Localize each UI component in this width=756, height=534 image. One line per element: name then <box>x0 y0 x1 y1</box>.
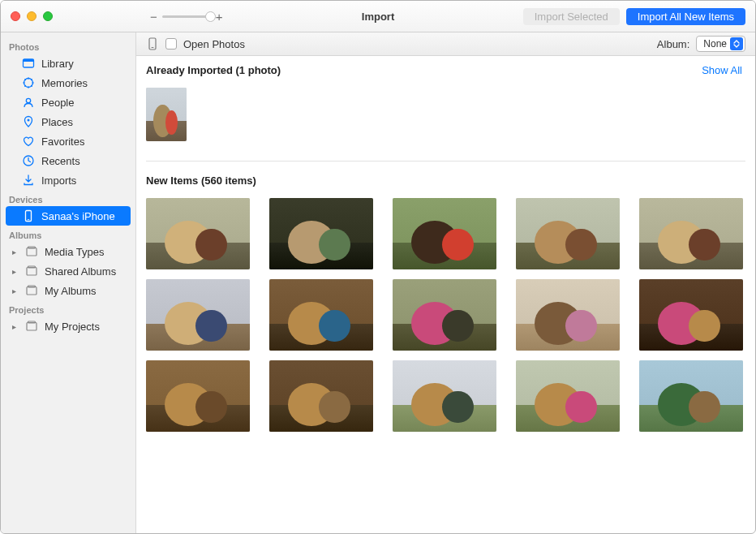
album-label: Album: <box>657 38 689 50</box>
album-select-value: None <box>703 38 727 50</box>
sidebar-item-library[interactable]: Library <box>6 54 131 73</box>
album-icon <box>25 284 38 297</box>
disclosure-triangle-icon[interactable]: ▸ <box>12 286 19 295</box>
sidebar-item-recents[interactable]: Recents <box>6 151 131 170</box>
photo-thumbnail[interactable] <box>516 198 620 269</box>
svg-rect-12 <box>27 287 37 295</box>
zoom-thumb[interactable] <box>205 11 216 22</box>
album-icon <box>25 265 38 278</box>
sidebar-section-header: Projects <box>1 300 135 317</box>
photo-thumbnail[interactable] <box>269 279 373 351</box>
svg-rect-14 <box>27 323 37 331</box>
disclosure-triangle-icon[interactable]: ▸ <box>12 267 19 276</box>
svg-rect-10 <box>27 268 37 276</box>
already-imported-header: Already Imported (1 photo) Show All <box>136 56 755 83</box>
device-phone-icon <box>146 37 159 50</box>
new-items-grid <box>136 193 755 446</box>
close-window-button[interactable] <box>11 11 20 21</box>
photo-thumbnail[interactable] <box>146 360 250 432</box>
minimize-window-button[interactable] <box>27 11 37 21</box>
import-selected-button[interactable]: Import Selected <box>523 8 620 25</box>
sidebar-item-label: My Albums <box>45 285 97 297</box>
photo-thumbnail[interactable] <box>269 360 373 432</box>
thumbnail-zoom-slider[interactable]: − + <box>150 10 223 24</box>
memories-icon <box>22 76 35 89</box>
already-imported-grid <box>136 83 755 156</box>
sidebar-item-label: People <box>41 97 74 109</box>
main-area: Open Photos Album: None Already Imported… <box>136 32 755 533</box>
disclosure-triangle-icon[interactable]: ▸ <box>12 248 19 256</box>
traffic-lights <box>1 11 53 21</box>
sidebar-item-shared-albums[interactable]: ▸Shared Albums <box>6 261 131 281</box>
photo-thumbnail[interactable] <box>639 198 743 269</box>
zoom-track[interactable] <box>162 15 211 18</box>
sidebar-item-media-types[interactable]: ▸Media Types <box>6 242 131 261</box>
places-icon <box>22 115 35 128</box>
select-arrows-icon <box>730 37 743 50</box>
photo-thumbnail[interactable] <box>146 279 250 351</box>
sidebar-item-label: Shared Albums <box>45 265 116 278</box>
people-icon <box>22 96 35 109</box>
window-body: PhotosLibraryMemoriesPeoplePlacesFavorit… <box>1 32 755 533</box>
sidebar-item-people[interactable]: People <box>6 93 131 112</box>
imports-icon <box>22 174 35 187</box>
show-all-link[interactable]: Show All <box>702 64 742 76</box>
titlebar: − + Import Import Selected Import All Ne… <box>1 1 755 32</box>
photo-thumbnail[interactable] <box>516 360 620 432</box>
sidebar-item-label: Places <box>41 116 73 128</box>
open-photos-checkbox[interactable] <box>165 38 177 50</box>
photo-thumbnail[interactable] <box>393 279 496 351</box>
favorites-icon <box>22 135 35 148</box>
photo-thumbnail[interactable] <box>269 198 373 269</box>
sidebar-item-label: My Projects <box>45 321 100 333</box>
photo-thumbnail[interactable] <box>639 360 743 432</box>
svg-point-3 <box>26 98 30 102</box>
new-items-title: New Items (560 items) <box>146 174 256 187</box>
sidebar-item-sanaa-s-iphone[interactable]: Sanaa's iPhone <box>6 206 131 226</box>
sidebar-item-memories[interactable]: Memories <box>6 73 131 93</box>
recents-icon <box>22 154 35 167</box>
sidebar-item-favorites[interactable]: Favorites <box>6 131 131 151</box>
photo-thumbnail[interactable] <box>146 198 250 269</box>
import-content: Already Imported (1 photo) Show All New … <box>136 56 755 533</box>
open-photos-label: Open Photos <box>183 38 245 50</box>
import-option-bar: Open Photos Album: None <box>136 32 755 56</box>
album-icon <box>25 320 38 333</box>
sidebar-item-places[interactable]: Places <box>6 112 131 131</box>
zoom-window-button[interactable] <box>43 11 53 21</box>
album-icon <box>25 245 38 258</box>
svg-rect-1 <box>24 59 34 62</box>
photo-thumbnail[interactable] <box>146 88 187 141</box>
zoom-out-icon: − <box>150 10 157 24</box>
window-title: Import <box>362 11 394 23</box>
sidebar-section-header: Albums <box>1 226 135 242</box>
sidebar-item-label: Media Types <box>45 246 104 258</box>
toolbar-buttons: Import Selected Import All New Items <box>523 8 755 25</box>
sidebar: PhotosLibraryMemoriesPeoplePlacesFavorit… <box>1 32 136 533</box>
sidebar-item-label: Favorites <box>41 136 84 148</box>
import-all-button[interactable]: Import All New Items <box>626 8 745 25</box>
photo-thumbnail[interactable] <box>516 279 620 351</box>
sidebar-item-my-albums[interactable]: ▸My Albums <box>6 281 131 300</box>
svg-rect-17 <box>152 47 154 48</box>
sidebar-item-my-projects[interactable]: ▸My Projects <box>6 317 131 336</box>
disclosure-triangle-icon[interactable]: ▸ <box>12 322 19 331</box>
section-divider <box>146 161 745 161</box>
phone-icon <box>22 209 35 222</box>
photo-thumbnail[interactable] <box>639 279 743 351</box>
sidebar-section-header: Devices <box>1 190 135 206</box>
photo-thumbnail[interactable] <box>393 198 496 269</box>
zoom-in-icon: + <box>216 10 223 24</box>
sidebar-item-label: Imports <box>41 174 76 187</box>
photo-thumbnail[interactable] <box>393 360 496 432</box>
sidebar-item-imports[interactable]: Imports <box>6 170 131 190</box>
svg-point-4 <box>28 119 30 122</box>
sidebar-item-label: Library <box>41 58 74 70</box>
album-select[interactable]: None <box>696 36 745 52</box>
sidebar-item-label: Recents <box>41 155 80 167</box>
sidebar-item-label: Sanaa's iPhone <box>41 210 115 222</box>
sidebar-section-header: Photos <box>1 37 135 54</box>
svg-rect-8 <box>27 248 37 256</box>
svg-rect-7 <box>28 219 30 220</box>
new-items-header: New Items (560 items) <box>136 166 755 193</box>
